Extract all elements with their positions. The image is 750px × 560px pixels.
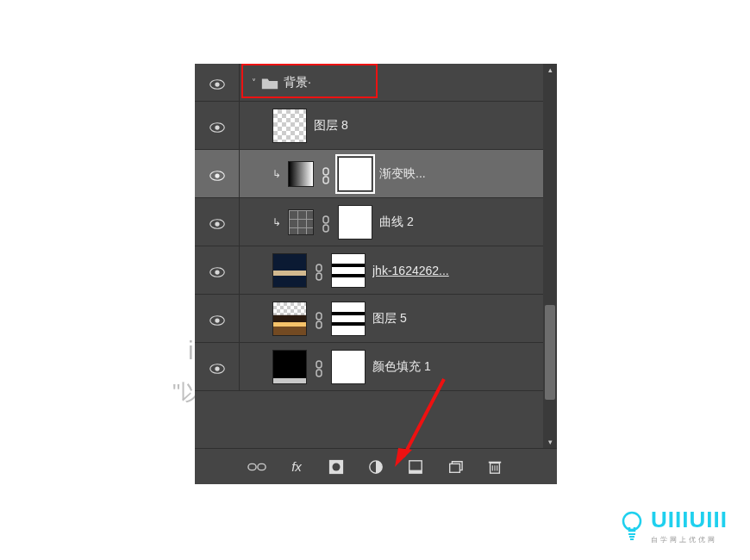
layers-toolbar: fx	[195, 448, 557, 484]
brand-name: UIIIUIII	[651, 507, 728, 533]
layer-row[interactable]: 图层 8	[195, 102, 557, 150]
new-layer-button[interactable]	[446, 457, 465, 476]
svg-point-3	[215, 125, 219, 129]
visibility-toggle[interactable]	[195, 295, 240, 342]
group-name[interactable]: 背景·	[284, 75, 311, 90]
link-icon	[314, 264, 324, 277]
svg-rect-22	[316, 361, 322, 368]
new-adjustment-button[interactable]	[366, 457, 385, 476]
eye-icon	[209, 314, 225, 324]
svg-point-5	[215, 173, 219, 177]
eye-icon	[209, 217, 225, 227]
visibility-toggle[interactable]	[195, 102, 240, 149]
svg-rect-25	[258, 464, 266, 470]
link-icon	[321, 167, 331, 181]
visibility-toggle[interactable]	[195, 343, 240, 390]
scroll-down-icon[interactable]: ▾	[543, 436, 557, 448]
layer-thumbnail[interactable]	[272, 302, 307, 336]
new-fill-button[interactable]	[406, 457, 425, 476]
add-mask-button[interactable]	[327, 457, 346, 476]
brand-logo: UIIIUIII 自学网上优优网	[620, 507, 728, 544]
layer-name[interactable]: 图层 5	[372, 311, 407, 327]
layers-panel: ˅ 背景· 图层 8	[195, 64, 557, 484]
layers-list: ˅ 背景· 图层 8	[195, 64, 557, 448]
svg-rect-7	[323, 177, 328, 184]
svg-rect-24	[248, 464, 256, 470]
folder-icon	[261, 77, 278, 89]
link-layers-button[interactable]	[247, 457, 266, 476]
eye-icon	[209, 78, 225, 88]
layer-row[interactable]: jhk-1624262...	[195, 246, 557, 295]
layer-mask-thumbnail[interactable]	[331, 253, 366, 288]
svg-point-1	[215, 82, 219, 86]
group-content[interactable]: ˅ 背景·	[240, 64, 557, 101]
layer-group-row[interactable]: ˅ 背景·	[195, 64, 557, 102]
svg-rect-23	[316, 370, 322, 376]
layer-row[interactable]: 颜色填充 1	[195, 343, 557, 391]
eye-icon	[209, 169, 225, 179]
visibility-toggle[interactable]	[195, 246, 240, 294]
adjustment-thumbnail[interactable]	[288, 209, 314, 235]
svg-rect-6	[323, 168, 328, 175]
link-icon	[314, 360, 324, 374]
layer-row-selected[interactable]: ↳ 渐变映...	[195, 150, 557, 198]
visibility-toggle[interactable]	[195, 150, 240, 197]
svg-rect-11	[323, 225, 328, 232]
eye-icon	[209, 121, 225, 131]
svg-point-21	[215, 366, 219, 370]
bulb-icon	[620, 510, 644, 541]
scrollbar-thumb[interactable]	[545, 305, 555, 400]
svg-rect-36	[489, 461, 501, 463]
svg-point-27	[333, 463, 341, 470]
eye-icon	[209, 362, 225, 372]
svg-point-13	[215, 270, 219, 274]
svg-rect-10	[323, 216, 328, 223]
layer-name[interactable]: 曲线 2	[379, 215, 414, 230]
svg-rect-18	[316, 313, 322, 320]
layer-name[interactable]: 图层 8	[314, 118, 348, 134]
visibility-toggle[interactable]	[195, 198, 240, 246]
link-icon	[321, 215, 331, 229]
brand-subtitle: 自学网上优优网	[651, 535, 728, 544]
clip-mask-icon: ↳	[272, 216, 281, 228]
delete-layer-button[interactable]	[485, 457, 504, 476]
svg-rect-15	[316, 273, 322, 280]
adjustment-thumbnail[interactable]	[272, 350, 307, 384]
svg-point-17	[215, 318, 219, 322]
layer-mask-thumbnail[interactable]	[331, 350, 366, 384]
expand-chevron-icon[interactable]: ˅	[252, 78, 256, 87]
layer-mask-thumbnail[interactable]	[338, 205, 372, 240]
svg-rect-31	[450, 464, 460, 472]
svg-point-9	[215, 221, 219, 226]
svg-rect-14	[316, 264, 322, 271]
layer-row[interactable]: ↳ 曲线 2	[195, 198, 557, 246]
layer-thumbnail[interactable]	[272, 253, 307, 288]
layer-effects-button[interactable]: fx	[287, 457, 306, 476]
layer-name[interactable]: jhk-1624262...	[372, 264, 449, 277]
adjustment-thumbnail[interactable]	[288, 161, 314, 187]
visibility-toggle[interactable]	[195, 64, 240, 101]
layer-name[interactable]: 颜色填充 1	[372, 359, 431, 375]
layer-name[interactable]: 渐变映...	[379, 166, 426, 182]
svg-rect-19	[316, 321, 322, 328]
clip-mask-icon: ↳	[272, 168, 281, 180]
svg-point-39	[623, 513, 641, 530]
layer-mask-thumbnail[interactable]	[338, 157, 372, 191]
scrollbar[interactable]: ▴ ▾	[543, 64, 557, 448]
eye-icon	[209, 265, 225, 276]
svg-rect-30	[409, 470, 422, 473]
layer-mask-thumbnail[interactable]	[331, 302, 366, 336]
link-icon	[314, 312, 324, 326]
scroll-up-icon[interactable]: ▴	[543, 64, 557, 76]
layer-thumbnail[interactable]	[272, 109, 307, 143]
layer-row[interactable]: 图层 5	[195, 295, 557, 343]
